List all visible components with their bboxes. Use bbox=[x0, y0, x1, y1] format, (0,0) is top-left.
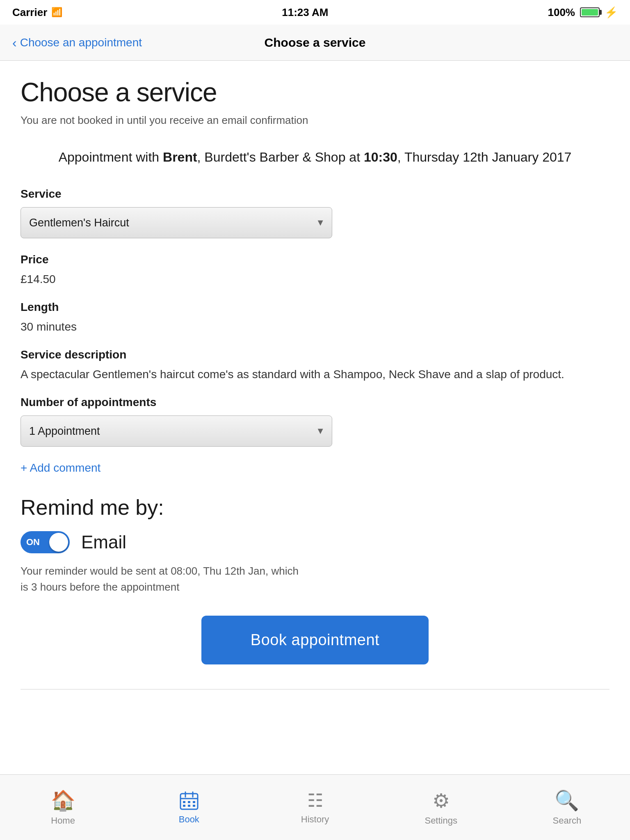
search-icon: 🔍 bbox=[555, 789, 579, 812]
nav-title: Choose a service bbox=[265, 36, 366, 50]
book-button-wrapper: Book appointment bbox=[21, 616, 609, 664]
svg-rect-4 bbox=[183, 801, 185, 803]
svg-rect-6 bbox=[193, 801, 195, 803]
back-chevron-icon: ‹ bbox=[12, 36, 17, 49]
calendar-icon bbox=[179, 790, 199, 811]
service-select[interactable]: Gentlemen's Haircut Ladies' Haircut Bear… bbox=[21, 207, 332, 238]
toggle-knob bbox=[49, 533, 68, 552]
tab-history-label: History bbox=[301, 814, 329, 825]
tab-home-label: Home bbox=[51, 815, 75, 826]
nav-bar: ‹ Choose an appointment Choose a service bbox=[0, 25, 630, 61]
toggle-row: ON Email bbox=[21, 531, 609, 553]
status-right: 100% ⚡ bbox=[548, 6, 618, 19]
tab-settings-label: Settings bbox=[425, 815, 457, 826]
service-label: Service bbox=[21, 187, 609, 201]
status-time: 11:23 AM bbox=[282, 6, 328, 19]
appointments-label: Number of appointments bbox=[21, 396, 609, 409]
svg-rect-7 bbox=[183, 805, 185, 807]
appointment-text-prefix: Appointment with bbox=[59, 150, 163, 164]
tab-history[interactable]: ☷ History bbox=[252, 790, 378, 825]
charging-icon: ⚡ bbox=[605, 6, 618, 19]
toggle-on-label: ON bbox=[26, 537, 40, 548]
svg-rect-8 bbox=[188, 805, 190, 807]
service-select-wrapper: Gentlemen's Haircut Ladies' Haircut Bear… bbox=[21, 207, 332, 238]
appointment-barber-name: Brent bbox=[163, 150, 197, 164]
back-button[interactable]: ‹ Choose an appointment bbox=[12, 36, 142, 49]
main-content: Choose a service You are not booked in u… bbox=[0, 61, 630, 706]
description-field-group: Service description A spectacular Gentle… bbox=[21, 348, 609, 381]
settings-icon: ⚙ bbox=[432, 789, 450, 812]
tab-divider bbox=[21, 689, 609, 689]
reminder-info: Your reminder would be sent at 08:00, Th… bbox=[21, 563, 308, 595]
tab-bar: 🏠 Home Book ☷ History ⚙ Settings 🔍 Searc… bbox=[0, 774, 630, 840]
battery-icon bbox=[580, 7, 600, 17]
tab-search[interactable]: 🔍 Search bbox=[504, 789, 630, 826]
book-appointment-button[interactable]: Book appointment bbox=[201, 616, 429, 664]
description-label: Service description bbox=[21, 348, 609, 361]
battery-percent: 100% bbox=[548, 6, 575, 19]
tab-book-label: Book bbox=[179, 814, 199, 825]
email-toggle[interactable]: ON bbox=[21, 531, 70, 553]
back-label: Choose an appointment bbox=[20, 36, 142, 49]
tab-search-label: Search bbox=[553, 815, 582, 826]
page-subtitle: You are not booked in until you receive … bbox=[21, 114, 609, 127]
appointment-text-after: , Thursday 12th January 2017 bbox=[397, 150, 572, 164]
appointment-time: 10:30 bbox=[364, 150, 397, 164]
appointments-field-group: Number of appointments 1 Appointment 2 A… bbox=[21, 396, 609, 447]
remind-section: Remind me by: ON Email Your reminder wou… bbox=[21, 495, 609, 595]
status-bar: Carrier 📶 11:23 AM 100% ⚡ bbox=[0, 0, 630, 25]
remind-channel-label: Email bbox=[81, 532, 126, 552]
svg-rect-9 bbox=[193, 805, 195, 807]
appointment-text-middle: , Burdett's Barber & Shop at bbox=[197, 150, 364, 164]
length-field-group: Length 30 minutes bbox=[21, 301, 609, 333]
tab-home[interactable]: 🏠 Home bbox=[0, 789, 126, 826]
price-label: Price bbox=[21, 253, 609, 266]
remind-title: Remind me by: bbox=[21, 495, 609, 520]
price-field-group: Price £14.50 bbox=[21, 253, 609, 286]
carrier-label: Carrier bbox=[12, 6, 47, 19]
service-field-group: Service Gentlemen's Haircut Ladies' Hair… bbox=[21, 187, 609, 238]
price-value: £14.50 bbox=[21, 273, 609, 286]
length-value: 30 minutes bbox=[21, 320, 609, 333]
home-icon: 🏠 bbox=[51, 789, 75, 812]
appointment-header: Appointment with Brent, Burdett's Barber… bbox=[21, 147, 609, 167]
wifi-icon: 📶 bbox=[51, 7, 62, 18]
page-title: Choose a service bbox=[21, 77, 609, 107]
description-value: A spectacular Gentlemen's haircut come's… bbox=[21, 368, 609, 381]
add-comment-link[interactable]: + Add comment bbox=[21, 461, 609, 475]
svg-rect-5 bbox=[188, 801, 190, 803]
tab-settings[interactable]: ⚙ Settings bbox=[378, 789, 504, 826]
appointments-select-wrapper: 1 Appointment 2 Appointments 3 Appointme… bbox=[21, 415, 332, 447]
length-label: Length bbox=[21, 301, 609, 314]
tab-book[interactable]: Book bbox=[126, 790, 252, 825]
history-icon: ☷ bbox=[307, 790, 323, 811]
appointments-select[interactable]: 1 Appointment 2 Appointments 3 Appointme… bbox=[21, 415, 332, 447]
status-left: Carrier 📶 bbox=[12, 6, 62, 19]
